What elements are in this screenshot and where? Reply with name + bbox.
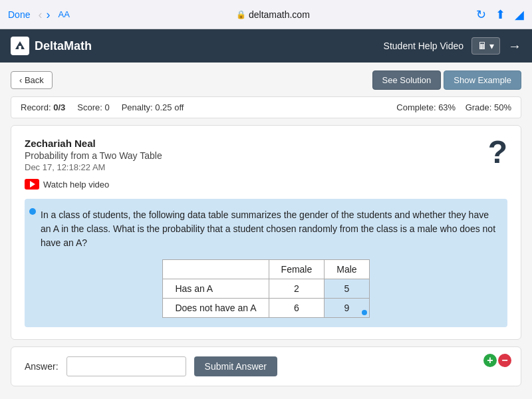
bookmark-icon[interactable]: ◢ [515, 7, 524, 22]
problem-type: Probability from a Two Way Table [25, 150, 507, 161]
record-value: 0/3 [53, 102, 65, 112]
record-label: Record: 0/3 [21, 102, 65, 112]
refresh-icon[interactable]: ↻ [476, 7, 486, 22]
logo-icon [11, 37, 29, 55]
browser-bar: Done ‹ › AA 🔒 deltamath.com ↻ ⬆ ◢ [0, 0, 532, 29]
browser-done-button[interactable]: Done [8, 9, 30, 20]
table-header-row: Female Male [163, 260, 369, 279]
app-logo: DeltaMath [11, 37, 92, 55]
table-cell-has-a-female: 2 [269, 279, 325, 299]
url-text: deltamath.com [249, 9, 310, 20]
submit-answer-button[interactable]: Submit Answer [194, 356, 277, 376]
student-name: Zechariah Neal [25, 138, 507, 149]
main-content: ‹ Back See Solution Show Example Record:… [0, 63, 532, 399]
answer-section: + − Answer: Submit Answer [11, 346, 521, 386]
penalty-label: Penalty: 0.25 off [122, 102, 184, 112]
grade-label: Grade: 50% [466, 102, 511, 112]
student-help-label: Student Help Video [384, 41, 464, 51]
app-header: DeltaMath Student Help Video 🖩 ▾ → [0, 29, 532, 63]
app-title: DeltaMath [35, 39, 92, 53]
lock-icon: 🔒 [236, 10, 246, 19]
data-table: Female Male Has an A 2 5 Does not have a… [162, 259, 369, 318]
app-header-right: Student Help Video 🖩 ▾ → [384, 37, 521, 55]
svg-rect-1 [19, 46, 21, 49]
blue-dot-indicator [29, 208, 36, 215]
table-header-empty [163, 260, 269, 279]
record-title: Record: [21, 102, 51, 112]
table-cell-has-a-male: 5 [325, 279, 369, 299]
problem-text-area: In a class of students, the following da… [25, 199, 507, 327]
answer-label: Answer: [25, 361, 59, 372]
browser-url-bar[interactable]: 🔒 deltamath.com [78, 9, 468, 20]
problem-text: In a class of students, the following da… [41, 208, 497, 250]
calculator-dropdown-icon: ▾ [489, 41, 494, 51]
table-cell-no-a-male: 9 [325, 299, 369, 318]
toolbar-row: ‹ Back See Solution Show Example [11, 70, 521, 90]
record-right: Complete: 63% Grade: 50% [396, 102, 511, 112]
youtube-icon [25, 179, 39, 190]
see-solution-button[interactable]: See Solution [372, 70, 442, 90]
answer-input[interactable] [66, 356, 186, 376]
browser-actions: ↻ ⬆ ◢ [476, 7, 524, 22]
cell-dot-indicator [362, 310, 367, 315]
action-buttons: See Solution Show Example [372, 70, 521, 90]
browser-nav: ‹ › [38, 9, 50, 21]
show-example-button[interactable]: Show Example [444, 70, 521, 90]
calculator-icon: 🖩 [477, 41, 487, 51]
calculator-button[interactable]: 🖩 ▾ [471, 37, 500, 55]
logout-button[interactable]: → [508, 39, 521, 54]
table-row: Has an A 2 5 [163, 279, 369, 299]
zoom-in-button[interactable]: + [483, 354, 497, 367]
record-bar: Record: 0/3 Score: 0 Penalty: 0.25 off C… [11, 96, 521, 118]
table-row: Does not have an A 6 9 [163, 299, 369, 318]
complete-label: Complete: 63% [396, 102, 456, 112]
back-button[interactable]: ‹ Back [11, 71, 53, 89]
watch-label: Watch help video [43, 180, 109, 190]
browser-back-icon[interactable]: ‹ [38, 9, 42, 21]
browser-aa-button[interactable]: AA [58, 9, 69, 19]
record-left: Record: 0/3 Score: 0 Penalty: 0.25 off [21, 102, 184, 112]
question-card: Zechariah Neal Probability from a Two Wa… [11, 125, 521, 340]
table-header-male: Male [325, 260, 369, 279]
zoom-out-button[interactable]: − [498, 354, 511, 367]
problem-date: Dec 17, 12:18:22 AM [25, 162, 507, 172]
question-mark-icon: ? [488, 136, 507, 168]
share-icon[interactable]: ⬆ [495, 7, 505, 22]
table-cell-has-a-label: Has an A [163, 279, 269, 299]
score-label: Score: 0 [77, 102, 109, 112]
browser-forward-icon[interactable]: › [46, 9, 50, 21]
data-table-wrap: Female Male Has an A 2 5 Does not have a… [35, 259, 497, 318]
table-cell-no-a-label: Does not have an A [163, 299, 269, 318]
watch-help-video-link[interactable]: Watch help video [25, 179, 507, 190]
table-header-female: Female [269, 260, 325, 279]
table-cell-no-a-female: 6 [269, 299, 325, 318]
zoom-controls: + − [483, 354, 511, 367]
